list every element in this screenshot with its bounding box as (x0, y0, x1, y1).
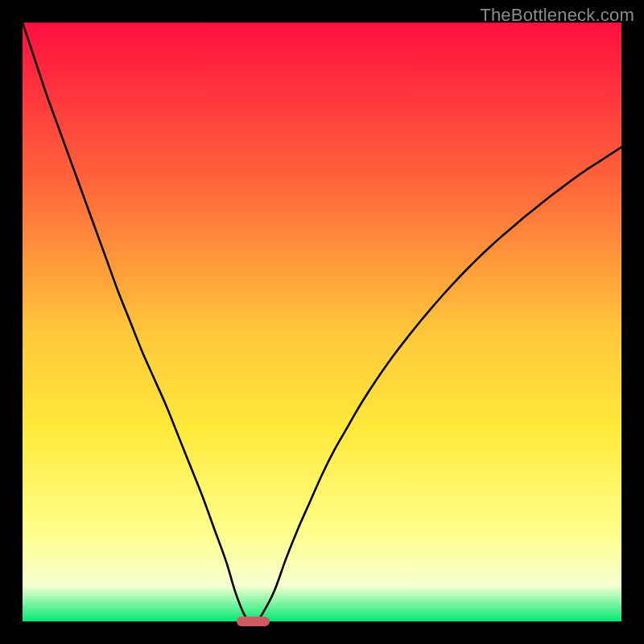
chart-frame: TheBottleneck.com (0, 0, 644, 644)
bottleneck-curve (23, 23, 621, 621)
plot-area (23, 23, 621, 621)
minimum-marker (237, 617, 270, 627)
